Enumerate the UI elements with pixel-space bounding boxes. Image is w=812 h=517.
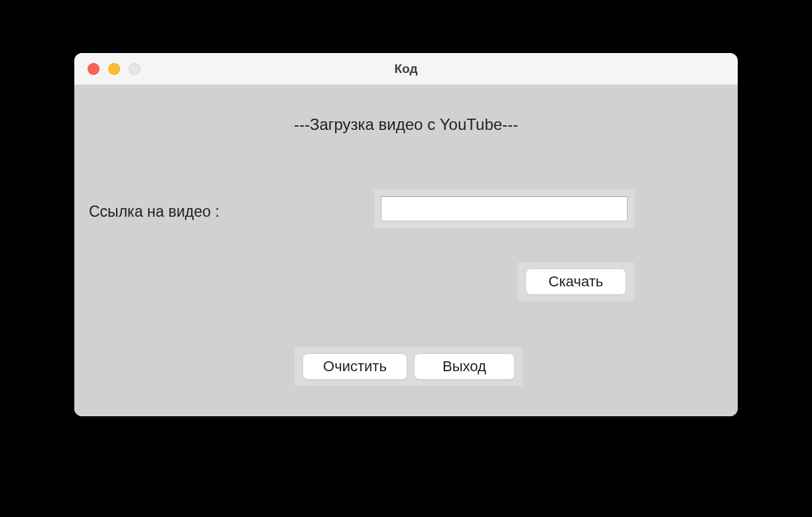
link-label: Ссылка на видео :: [89, 203, 220, 221]
bottom-buttons: Очистить Выход: [295, 347, 523, 386]
window-body: ---Загрузка видео с YouTube--- Ссылка на…: [74, 85, 738, 416]
app-window: Код ---Загрузка видео с YouTube--- Ссылк…: [74, 53, 738, 416]
link-input[interactable]: [381, 196, 628, 221]
close-icon[interactable]: [88, 63, 100, 75]
download-button[interactable]: Скачать: [525, 268, 626, 295]
page-heading: ---Загрузка видео с YouTube---: [74, 115, 738, 134]
clear-button[interactable]: Очистить: [303, 353, 407, 380]
zoom-icon[interactable]: [129, 63, 141, 75]
exit-button[interactable]: Выход: [414, 353, 515, 380]
titlebar: Код: [74, 53, 738, 85]
window-title: Код: [74, 62, 738, 76]
link-input-wrap: [374, 190, 634, 228]
download-button-wrap: Скачать: [517, 262, 634, 301]
minimize-icon[interactable]: [108, 63, 120, 75]
traffic-lights: [74, 63, 141, 75]
